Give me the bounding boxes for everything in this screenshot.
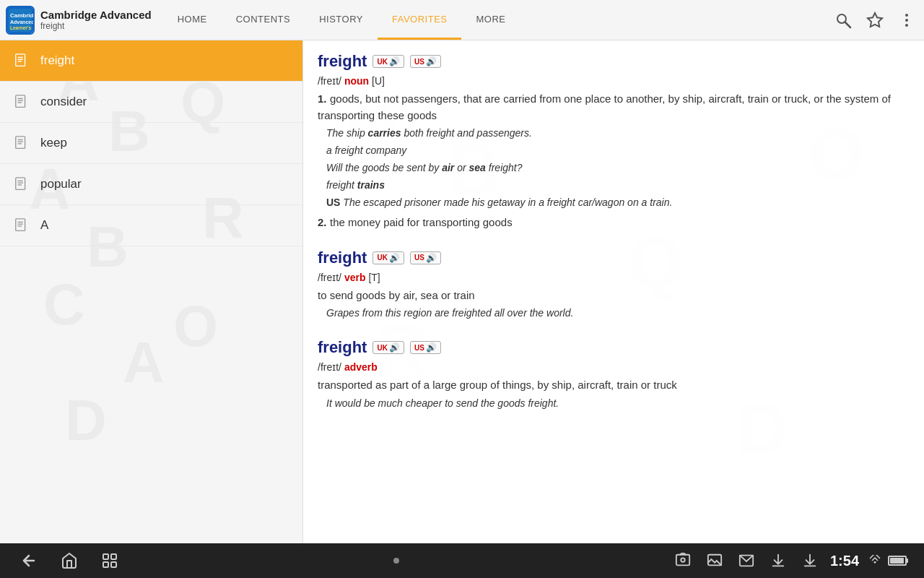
doc-icon-consider [12, 92, 32, 112]
uk-pronunciation-btn-2[interactable]: UK 🔊 [372, 251, 404, 264]
app-title-area: Cambridge Advanced freight [40, 9, 152, 31]
entry-verb-header: freight UK 🔊 US 🔊 [318, 249, 910, 267]
landscape-icon[interactable] [703, 549, 726, 572]
entry-adverb-header: freight UK 🔊 US 🔊 [318, 338, 910, 357]
entry-noun: freight UK 🔊 US 🔊 /freɪt/ noun [U] 1. go… [318, 52, 910, 231]
tab-favorites[interactable]: FAVORITES [378, 0, 462, 40]
entry-adverb: freight UK 🔊 US 🔊 /freɪt/ adverb transpo… [318, 338, 910, 411]
phonetic-1: /freɪt/ noun [U] [318, 75, 910, 87]
app-icon: Cambridge Advanced Learner's [6, 6, 35, 35]
def-1: 1. goods, but not passengers, that are c… [318, 91, 910, 124]
download-icon[interactable] [767, 549, 790, 572]
sidebar-item-keep[interactable]: keep [0, 123, 302, 164]
us-pronunciation-btn-3[interactable]: US 🔊 [410, 341, 441, 354]
svg-rect-11 [16, 54, 25, 66]
tab-history[interactable]: HISTORY [305, 0, 378, 40]
def-num-2: 2. [318, 216, 327, 228]
search-icon[interactable] [832, 9, 855, 32]
recents-icon[interactable] [98, 549, 121, 572]
bottombar: 1:54 [0, 543, 924, 578]
speaker-icon-5: 🔊 [389, 342, 400, 353]
app-subtitle: freight [40, 21, 152, 31]
entry-verb: freight UK 🔊 US 🔊 /freɪt/ verb [T] to se… [318, 249, 910, 322]
battery-icon [888, 556, 907, 566]
sidebar-item-consider[interactable]: consider [0, 82, 302, 123]
def-text-1: goods, but not passengers, that are carr… [318, 92, 891, 121]
def-num-1: 1. [318, 92, 327, 105]
phonetic-3: /freɪt/ adverb [318, 361, 910, 373]
svg-text:Advanced: Advanced [10, 20, 33, 25]
nav-tabs: HOME CONTENTS HISTORY FAVORITES MORE [163, 0, 832, 40]
wifi-icon [868, 555, 882, 566]
uk-flag-3: UK [377, 344, 387, 352]
home-icon[interactable] [58, 549, 81, 572]
svg-text:Cambridge: Cambridge [10, 12, 33, 19]
sidebar-item-a[interactable]: A [0, 205, 302, 246]
back-icon[interactable] [17, 549, 40, 572]
app-icon-area: Cambridge Advanced Learner's Cambridge A… [6, 6, 152, 35]
photo-icon[interactable] [671, 549, 694, 572]
speaker-icon-1: 🔊 [389, 56, 400, 66]
sidebar-label-freight: freight [40, 53, 74, 68]
uk-flag-2: UK [377, 254, 387, 262]
sidebar-label-popular: popular [40, 177, 82, 191]
tab-contents[interactable]: CONTENTS [222, 0, 305, 40]
svg-point-36 [681, 558, 685, 562]
svg-rect-35 [676, 555, 689, 566]
def-text-adverb: transported as part of a large group of … [318, 379, 677, 391]
more-icon[interactable] [895, 9, 918, 32]
svg-rect-31 [103, 554, 108, 559]
def-block-1: 1. goods, but not passengers, that are c… [318, 91, 910, 231]
def-block-2: to send goods by air, sea or train Grape… [318, 288, 910, 322]
entry-noun-header: freight UK 🔊 US 🔊 [318, 52, 910, 71]
email-icon[interactable] [735, 549, 758, 572]
example-1-4: freight trains [326, 178, 910, 193]
svg-text:Learner's: Learner's [10, 25, 31, 30]
tab-more[interactable]: MORE [461, 0, 520, 40]
svg-point-9 [905, 19, 908, 22]
bottom-icons-right: 1:54 [671, 549, 907, 572]
bottom-icons-left [17, 549, 121, 572]
content: A B Q R D O freight UK 🔊 US 🔊 /freɪt/ n [303, 40, 924, 543]
def-block-3: transported as part of a large group of … [318, 377, 910, 411]
sidebar-item-freight[interactable]: freight [0, 40, 302, 82]
entry-word-1: freight [318, 52, 367, 71]
example-1-3: Will the goods be sent by air or sea fre… [326, 160, 910, 176]
main: A B A B C A D Q R O freight [0, 40, 924, 543]
update-icon[interactable] [798, 549, 821, 572]
svg-rect-32 [111, 554, 116, 559]
status-icons [868, 555, 907, 566]
svg-rect-15 [16, 95, 25, 108]
topbar-actions [832, 9, 918, 32]
tab-home[interactable]: HOME [163, 0, 222, 40]
grammar-1: [U] [372, 75, 385, 87]
doc-icon [12, 51, 32, 71]
uk-flag-1: UK [377, 58, 387, 66]
doc-icon-keep [12, 133, 32, 153]
star-icon[interactable] [863, 9, 886, 32]
def-2: 2. the money paid for transporting goods [318, 215, 910, 231]
uk-pronunciation-btn-1[interactable]: UK 🔊 [372, 55, 404, 68]
def-verb: to send goods by air, sea or train [318, 288, 910, 304]
sidebar-label-consider: consider [40, 95, 87, 109]
bottom-center-dot [393, 558, 399, 564]
us-pronunciation-btn-2[interactable]: US 🔊 [410, 251, 441, 264]
pos-1: noun [344, 75, 369, 87]
example-2-1: Grapes from this region are freighted al… [326, 306, 910, 321]
svg-rect-23 [16, 178, 25, 190]
us-pronunciation-btn-1[interactable]: US 🔊 [410, 55, 441, 68]
sidebar-label-a: A [40, 218, 48, 233]
time-display: 1:54 [830, 553, 859, 569]
speaker-icon-6: 🔊 [426, 342, 437, 353]
us-flag-1: US [414, 58, 424, 66]
entry-word-3: freight [318, 338, 367, 357]
speaker-icon-4: 🔊 [426, 253, 437, 263]
svg-point-8 [905, 14, 908, 17]
uk-pronunciation-btn-3[interactable]: UK 🔊 [372, 341, 404, 354]
doc-icon-popular [12, 174, 32, 194]
example-1-5: US The escaped prisoner made his getaway… [326, 195, 910, 210]
phonetic-2: /freɪt/ verb [T] [318, 272, 910, 283]
sidebar-item-popular[interactable]: popular [0, 164, 302, 205]
us-flag-2: US [414, 254, 424, 262]
def-text-verb: to send goods by air, sea or train [318, 289, 475, 301]
